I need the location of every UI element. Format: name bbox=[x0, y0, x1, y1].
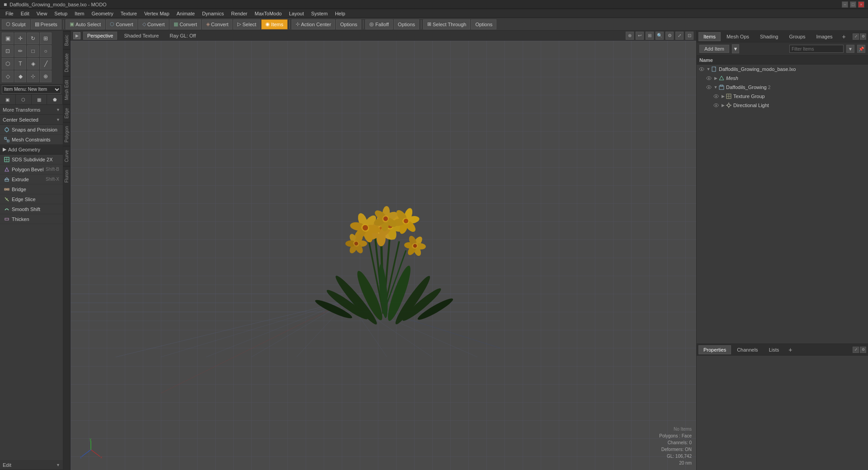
measure-tool-button[interactable]: ⊹ bbox=[27, 70, 39, 82]
action-center-button[interactable]: ⊹ Action Center bbox=[292, 19, 335, 29]
expand-icon-daffodils[interactable]: ▼ bbox=[713, 85, 718, 90]
eye-icon-mesh[interactable] bbox=[706, 75, 712, 81]
prop-add-tab-btn[interactable]: + bbox=[787, 346, 794, 353]
menu-file[interactable]: File bbox=[2, 10, 17, 17]
rpanel-tab-images[interactable]: Images bbox=[811, 32, 838, 41]
convert-button-1[interactable]: ⬡ Convert bbox=[106, 19, 137, 29]
snaps-precision-button[interactable]: Snaps and Precision bbox=[0, 125, 63, 135]
select-button[interactable]: ▷ Select bbox=[233, 19, 260, 29]
vtab-duplicate[interactable]: Duplicate bbox=[63, 49, 70, 76]
polygon-bevel-button[interactable]: Polygon Bevel Shift-B bbox=[0, 164, 63, 174]
prop-tab-lists[interactable]: Lists bbox=[764, 345, 784, 354]
move-tool-button[interactable]: ✛ bbox=[14, 33, 26, 44]
convert-button-4[interactable]: ◈ Convert bbox=[202, 19, 233, 29]
extrude-button[interactable]: Extrude Shift-X bbox=[0, 174, 63, 184]
mode-tab-edge[interactable]: ⬟ bbox=[47, 94, 63, 104]
menu-texture[interactable]: Texture bbox=[117, 10, 141, 17]
viewport-fit-btn[interactable]: ⊞ bbox=[646, 32, 654, 40]
viewport-canvas[interactable]: x z y No Items Polygons : Face Channels:… bbox=[71, 41, 696, 470]
viewport-frame-btn[interactable]: ⊕ bbox=[626, 32, 634, 40]
menu-animate[interactable]: Animate bbox=[173, 10, 198, 17]
center-selected-row[interactable]: Center Selected ▼ bbox=[0, 115, 63, 125]
close-button[interactable]: × bbox=[858, 1, 864, 8]
title-bar-controls[interactable]: − □ × bbox=[842, 1, 864, 8]
viewport-expand-btn[interactable]: ⤢ bbox=[675, 32, 684, 40]
viewport-split-btn[interactable]: ⊡ bbox=[685, 32, 693, 40]
viewport-tab-shaded[interactable]: Shaded Texture bbox=[120, 32, 163, 40]
menu-geometry[interactable]: Geometry bbox=[88, 10, 117, 17]
more-transforms-row[interactable]: More Transforms ▼ bbox=[0, 105, 63, 115]
expand-icon-light[interactable]: ▶ bbox=[720, 103, 726, 108]
rpanel-tab-items[interactable]: Items bbox=[698, 32, 721, 41]
add-item-dropdown[interactable]: ▼ bbox=[732, 44, 739, 53]
menu-edit[interactable]: Edit bbox=[17, 10, 33, 17]
convert-button-3[interactable]: ▦ Convert bbox=[170, 19, 201, 29]
eye-icon-light[interactable] bbox=[713, 102, 719, 108]
menu-dynamics[interactable]: Dynamics bbox=[198, 10, 227, 17]
scale-tool-button[interactable]: ⊞ bbox=[40, 33, 52, 44]
vertex-tool-button[interactable]: ◈ bbox=[27, 58, 39, 70]
vtab-basic[interactable]: Basic bbox=[63, 31, 70, 49]
prop-resize-settings[interactable]: ⚙ bbox=[860, 347, 866, 353]
pen-tool-button[interactable]: ✏ bbox=[14, 45, 26, 57]
item-menu-select[interactable]: Item Menu: New Item bbox=[2, 85, 61, 94]
add-item-button[interactable]: Add Item bbox=[699, 45, 729, 53]
menu-vertex-map[interactable]: Vertex Map bbox=[141, 10, 173, 17]
items-button[interactable]: ◉ Items bbox=[261, 19, 288, 29]
rpanel-tab-mesh-ops[interactable]: Mesh Ops bbox=[722, 32, 754, 41]
sculpt-button[interactable]: ⬡ Sculpt bbox=[2, 19, 30, 29]
panel-resize-expand[interactable]: ⤢ bbox=[853, 33, 859, 40]
paint-tool-button[interactable]: ⬡ bbox=[2, 58, 14, 70]
sphere-tool-button[interactable]: ○ bbox=[40, 45, 52, 57]
smooth-shift-button[interactable]: Smooth Shift bbox=[0, 204, 63, 214]
eye-icon-texture[interactable] bbox=[713, 93, 719, 99]
convert-button-2[interactable]: ◇ Convert bbox=[138, 19, 169, 29]
tree-item-directional-light[interactable]: ▶ Directional Light bbox=[697, 101, 868, 110]
mode-tab-polygon[interactable]: ▦ bbox=[32, 94, 47, 104]
viewport-menu-btn[interactable]: ▶ bbox=[73, 32, 80, 39]
auto-select-button[interactable]: ▣ Auto Select bbox=[66, 19, 105, 29]
options-button-3[interactable]: Options bbox=[471, 19, 496, 29]
viewport-tab-raygl[interactable]: Ray GL: Off bbox=[165, 32, 200, 40]
menu-layout[interactable]: Layout bbox=[285, 10, 307, 17]
filter-options-btn[interactable]: ▼ bbox=[846, 45, 854, 53]
transform-tool-button[interactable]: ⊡ bbox=[2, 45, 14, 57]
sds-subdivide-button[interactable]: SDS Subdivide 2X bbox=[0, 155, 63, 164]
box-tool-button[interactable]: □ bbox=[27, 45, 39, 57]
edge-tool-button[interactable]: ╱ bbox=[40, 58, 52, 70]
eye-icon-root[interactable] bbox=[698, 66, 705, 72]
mesh-constraints-button[interactable]: Mesh Constraints bbox=[0, 135, 63, 145]
vtab-fluron[interactable]: Fluron bbox=[63, 166, 70, 186]
menu-item[interactable]: Item bbox=[71, 10, 88, 17]
rpanel-tab-groups[interactable]: Groups bbox=[784, 32, 810, 41]
thicken-button[interactable]: Thicken bbox=[0, 214, 63, 224]
prop-resize-expand[interactable]: ⤢ bbox=[853, 347, 859, 353]
select-through-button[interactable]: ⊞ Select Through bbox=[423, 19, 470, 29]
edit-row[interactable]: Edit ▼ bbox=[0, 460, 63, 470]
snap-tool-button[interactable]: ⊕ bbox=[40, 70, 52, 82]
vtab-mesh-edit[interactable]: Mesh Edit bbox=[63, 76, 70, 103]
filter-pin-btn[interactable]: 📌 bbox=[857, 45, 865, 53]
tree-item-daffodils[interactable]: ▼ Daffodils_Growing 2 bbox=[697, 83, 868, 92]
polygon-tool-button[interactable]: ◇ bbox=[2, 70, 14, 82]
menu-system[interactable]: System bbox=[307, 10, 331, 17]
options-button-1[interactable]: Options bbox=[336, 19, 361, 29]
presets-button[interactable]: ▤ Presets bbox=[31, 19, 61, 29]
minimize-button[interactable]: − bbox=[842, 1, 848, 8]
menu-maxtomode[interactable]: MaxToModo bbox=[251, 10, 285, 17]
tree-item-mesh[interactable]: ▶ Mesh bbox=[697, 74, 868, 83]
maximize-button[interactable]: □ bbox=[850, 1, 856, 8]
vtab-curve[interactable]: Curve bbox=[63, 146, 70, 166]
rotate-tool-button[interactable]: ↻ bbox=[27, 33, 39, 44]
prop-tab-channels[interactable]: Channels bbox=[732, 345, 763, 354]
mode-tab-mesh[interactable]: ⬡ bbox=[16, 94, 32, 104]
expand-icon-root[interactable]: ▼ bbox=[706, 66, 711, 72]
rpanel-add-tab-btn[interactable]: + bbox=[840, 33, 848, 40]
tree-item-root[interactable]: ▼ Daffodils_Growing_modo_base.lxo bbox=[697, 65, 868, 74]
element-tool-button[interactable]: ◆ bbox=[14, 70, 26, 82]
falloff-button[interactable]: ◎ Falloff bbox=[365, 19, 393, 29]
edge-slice-button[interactable]: Edge Slice bbox=[0, 194, 63, 204]
text-tool-button[interactable]: T bbox=[14, 58, 26, 70]
vtab-edge[interactable]: Edge bbox=[63, 104, 70, 122]
menu-render[interactable]: Render bbox=[227, 10, 251, 17]
